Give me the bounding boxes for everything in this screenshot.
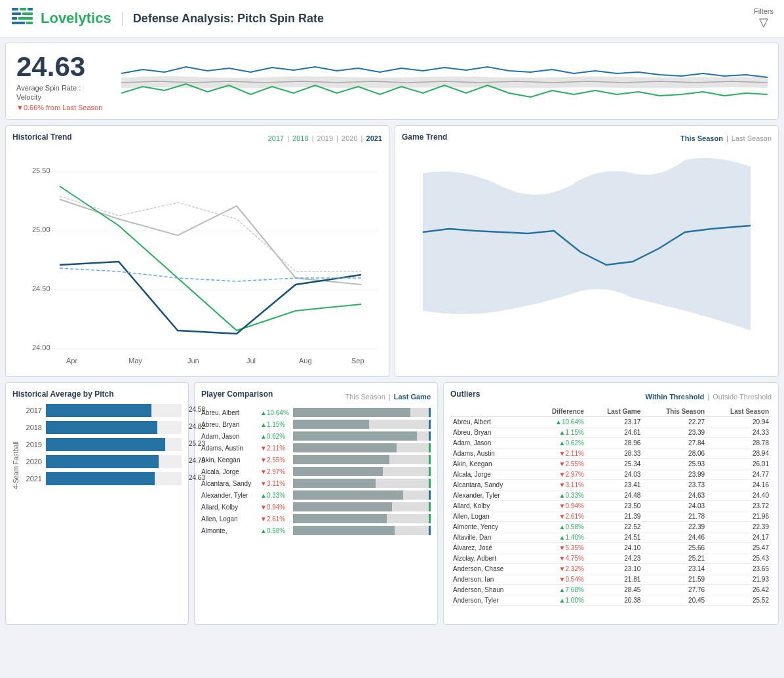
cell-diff: ▲0.33% (532, 490, 587, 501)
pc-row-almonte: Almonte, ▲0.58% (201, 526, 431, 535)
bars-container: 2017 24.58 2018 24.82 2019 (22, 404, 182, 489)
last-season-link[interactable]: Last Season (732, 134, 772, 142)
pc-title: Player Comparison (201, 389, 273, 399)
col-this-season-header: This Season (643, 407, 707, 417)
cell-last-game: 25.34 (587, 459, 643, 469)
this-season-link[interactable]: This Season (680, 134, 723, 142)
cell-last-game: 24.03 (587, 469, 643, 480)
kpi-sparkline (121, 55, 768, 108)
svg-rect-7 (12, 22, 25, 24)
pc-scroll[interactable]: Abreu, Albert ▲10.64% Abreu, Bryan ▲1.15… (201, 408, 431, 618)
cell-last-game: 23.41 (587, 480, 643, 490)
cell-last-season: 28.94 (707, 449, 772, 459)
cell-name: Allen, Logan (450, 511, 532, 522)
year-2019-link[interactable]: 2019 (317, 134, 333, 142)
cell-last-season: 23.72 (707, 501, 772, 511)
cell-diff: ▼0.54% (532, 574, 587, 585)
cell-diff: ▼2.32% (532, 564, 587, 574)
cell-this-season: 27.76 (643, 585, 707, 595)
cell-diff: ▼2.55% (532, 459, 587, 469)
year-2021-link[interactable]: 2021 (366, 134, 382, 142)
cell-last-game: 28.45 (587, 585, 643, 595)
header: Lovelytics Defense Analysis: Pitch Spin … (0, 0, 784, 37)
svg-rect-3 (12, 12, 21, 15)
cell-last-game: 21.39 (587, 511, 643, 522)
table-row: Alcantara, Sandy ▼3.11% 23.41 23.73 24.1… (450, 480, 772, 490)
cell-name: Alcantara, Sandy (450, 480, 532, 490)
cell-this-season: 28.06 (643, 449, 707, 459)
cell-name: Alzolay, Adbert (450, 553, 532, 564)
table-row: Allen, Logan ▼2.61% 21.39 21.78 21.96 (450, 511, 772, 522)
table-row: Anderson, Tyler ▲1.00% 20.38 20.45 25.52 (450, 595, 772, 606)
cell-this-season: 24.63 (643, 490, 707, 501)
table-row: Abreu, Bryan ▲1.15% 24.61 23.39 24.33 (450, 428, 772, 438)
pc-last-game-link[interactable]: Last Game (394, 393, 431, 401)
cell-this-season: 27.84 (643, 438, 707, 449)
table-row: Anderson, Chase ▼2.32% 23.10 23.14 23.65 (450, 564, 772, 574)
cell-diff: ▲1.15% (532, 428, 587, 438)
svg-text:Aug: Aug (299, 357, 312, 365)
cell-name: Almonte, Yency (450, 522, 532, 532)
within-threshold-link[interactable]: Within Threshold (646, 393, 705, 401)
cell-name: Anderson, Chase (450, 564, 532, 574)
year-2020-link[interactable]: 2020 (342, 134, 357, 142)
game-trend-legend: This Season | Last Season (680, 134, 772, 142)
cell-diff: ▲1.00% (532, 595, 587, 606)
historical-avg-panel: Historical Average by Pitch 4-Seam Fastb… (5, 382, 189, 625)
cell-diff: ▼2.11% (532, 449, 587, 459)
pc-row-adam-jason: Adam, Jason ▲0.62% (201, 431, 431, 441)
cell-this-season: 24.03 (643, 501, 707, 511)
cell-name: Abreu, Bryan (450, 428, 532, 438)
kpi-section: 24.63 Average Spin Rate : Velocity ▼0.66… (5, 43, 779, 120)
table-row: Anderson, Ian ▼0.54% 21.81 21.59 21.93 (450, 574, 772, 585)
outliers-header: Outliers Within Threshold | Outside Thre… (450, 389, 772, 404)
pc-row-abreu-bryan: Abreu, Bryan ▲1.15% (201, 420, 431, 429)
cell-this-season: 23.73 (643, 480, 707, 490)
filters-button[interactable]: Filters ▽ (754, 7, 774, 30)
col-diff-header: Difference (532, 407, 587, 417)
table-row: Alzolay, Adbert ▼4.75% 24.23 25.21 25.43 (450, 553, 772, 564)
pitch-type-label: 4-Seam Fastball (12, 404, 20, 489)
historical-trend-panel: Historical Trend 2017 | 2018 | 2019 | 20… (5, 125, 389, 377)
cell-last-season: 26.01 (707, 459, 772, 469)
outliers-legend: Within Threshold | Outside Threshold (646, 393, 772, 401)
cell-last-season: 23.65 (707, 564, 772, 574)
outliers-table: Difference Last Game This Season Last Se… (450, 407, 772, 606)
outside-threshold-link[interactable]: Outside Threshold (713, 393, 772, 401)
cell-this-season: 22.39 (643, 522, 707, 532)
cell-diff: ▲10.64% (532, 417, 587, 428)
cell-this-season: 24.46 (643, 532, 707, 543)
cell-diff: ▼5.35% (532, 543, 587, 553)
historical-trend-legend: 2017 | 2018 | 2019 | 2020 | 2021 (268, 134, 382, 142)
cell-name: Anderson, Ian (450, 574, 532, 585)
cell-name: Anderson, Tyler (450, 595, 532, 606)
year-2017-link[interactable]: 2017 (268, 134, 284, 142)
cell-this-season: 25.93 (643, 459, 707, 469)
year-2018-link[interactable]: 2018 (292, 134, 308, 142)
cell-diff: ▼0.94% (532, 501, 587, 511)
cell-last-game: 23.10 (587, 564, 643, 574)
kpi-change: ▼0.66% from Last Season (16, 104, 121, 111)
game-trend-title: Game Trend (402, 132, 447, 142)
pc-row-akin-keegan: Akin, Keegan ▼2.55% (201, 455, 431, 464)
cell-last-season: 28.78 (707, 438, 772, 449)
cell-name: Adam, Jason (450, 438, 532, 449)
kpi-label1: Average Spin Rate : (16, 84, 121, 92)
historical-trend-chart: 25.50 25.00 24.50 24.00 Apr May Jun Jul … (12, 147, 382, 370)
cell-last-season: 24.17 (707, 532, 772, 543)
cell-last-game: 24.51 (587, 532, 643, 543)
cell-this-season: 21.78 (643, 511, 707, 522)
outliers-title: Outliers (450, 389, 480, 399)
outliers-scroll[interactable]: Difference Last Game This Season Last Se… (450, 407, 772, 610)
cell-diff: ▲7.68% (532, 585, 587, 595)
cell-last-game: 22.52 (587, 522, 643, 532)
logo-text: Lovelytics (41, 10, 111, 27)
logo-icon (10, 7, 34, 30)
pc-this-season-link[interactable]: This Season (345, 393, 385, 401)
outliers-tbody: Abreu, Albert ▲10.64% 23.17 22.27 20.94 … (450, 417, 772, 606)
cell-last-game: 20.38 (587, 595, 643, 606)
outliers-table-header: Difference Last Game This Season Last Se… (450, 407, 772, 417)
cell-last-season: 25.43 (707, 553, 772, 564)
cell-diff: ▲0.58% (532, 522, 587, 532)
outliers-panel: Outliers Within Threshold | Outside Thre… (443, 382, 779, 625)
